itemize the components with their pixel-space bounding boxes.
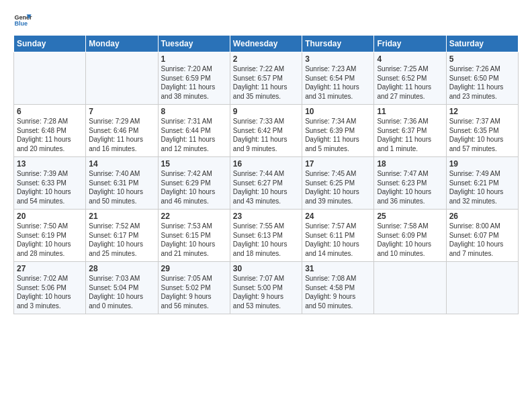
cell-line: Sunset: 6:39 PM	[305, 126, 371, 136]
cell-line: and 10 minutes.	[377, 249, 443, 259]
calendar-cell: 1Sunrise: 7:20 AMSunset: 6:59 PMDaylight…	[158, 52, 230, 105]
cell-content: Sunrise: 8:00 AMSunset: 6:07 PMDaylight:…	[449, 222, 515, 258]
cell-content: Sunrise: 7:58 AMSunset: 6:09 PMDaylight:…	[377, 222, 443, 258]
calendar-cell: 10Sunrise: 7:34 AMSunset: 6:39 PMDayligh…	[302, 105, 374, 157]
cell-line: Daylight: 9 hours	[305, 292, 371, 302]
calendar-cell: 31Sunrise: 7:08 AMSunset: 4:58 PMDayligh…	[302, 262, 374, 314]
cell-content: Sunrise: 7:52 AMSunset: 6:17 PMDaylight:…	[89, 222, 154, 258]
cell-line: and 23 minutes.	[449, 92, 515, 101]
cell-content: Sunrise: 7:34 AMSunset: 6:39 PMDaylight:…	[305, 117, 371, 153]
cell-content: Sunrise: 7:05 AMSunset: 5:02 PMDaylight:…	[161, 274, 227, 310]
cell-line: Sunset: 6:35 PM	[449, 126, 515, 136]
cell-line: Daylight: 11 hours	[377, 83, 443, 92]
calendar-cell: 5Sunrise: 7:26 AMSunset: 6:50 PMDaylight…	[446, 52, 518, 105]
cell-line: Sunrise: 8:00 AM	[449, 222, 515, 231]
cell-line: Sunset: 6:17 PM	[89, 231, 154, 240]
cell-line: Sunrise: 7:39 AM	[17, 169, 83, 179]
calendar-cell: 21Sunrise: 7:52 AMSunset: 6:17 PMDayligh…	[86, 210, 158, 262]
day-number: 8	[161, 107, 227, 116]
calendar-cell	[86, 52, 158, 105]
cell-line: Sunrise: 7:42 AM	[161, 169, 227, 179]
cell-line: Sunset: 6:46 PM	[89, 126, 154, 136]
calendar-cell: 3Sunrise: 7:23 AMSunset: 6:54 PMDaylight…	[302, 52, 374, 105]
cell-content: Sunrise: 7:28 AMSunset: 6:48 PMDaylight:…	[17, 117, 83, 153]
cell-line: Daylight: 11 hours	[305, 135, 371, 144]
cell-line: Sunset: 6:52 PM	[377, 74, 443, 83]
calendar-cell: 27Sunrise: 7:02 AMSunset: 5:06 PMDayligh…	[14, 262, 86, 314]
cell-line: and 36 minutes.	[377, 197, 443, 206]
cell-content: Sunrise: 7:55 AMSunset: 6:13 PMDaylight:…	[233, 222, 299, 258]
day-number: 20	[17, 212, 83, 221]
cell-line: Sunset: 6:48 PM	[17, 126, 83, 136]
cell-line: and 20 minutes.	[17, 144, 83, 154]
cell-line: Sunrise: 7:05 AM	[161, 274, 227, 283]
day-of-week-header: Thursday	[302, 36, 374, 52]
day-number: 30	[233, 264, 299, 273]
day-of-week-header: Wednesday	[230, 36, 302, 52]
calendar-cell: 25Sunrise: 7:58 AMSunset: 6:09 PMDayligh…	[374, 210, 446, 262]
cell-line: Daylight: 10 hours	[17, 187, 83, 197]
cell-line: and 32 minutes.	[449, 197, 515, 206]
page: General Blue SundayMondayTuesdayWednesda…	[0, 0, 532, 321]
cell-content: Sunrise: 7:07 AMSunset: 5:00 PMDaylight:…	[233, 274, 299, 310]
cell-line: and 50 minutes.	[89, 197, 154, 206]
cell-line: Sunset: 6:09 PM	[377, 231, 443, 240]
cell-line: Daylight: 11 hours	[377, 135, 443, 144]
cell-line: and 16 minutes.	[89, 144, 154, 154]
calendar-cell: 2Sunrise: 7:22 AMSunset: 6:57 PMDaylight…	[230, 52, 302, 105]
cell-line: Sunrise: 7:55 AM	[233, 222, 299, 231]
cell-line: Daylight: 10 hours	[377, 240, 443, 249]
calendar-cell: 22Sunrise: 7:53 AMSunset: 6:15 PMDayligh…	[158, 210, 230, 262]
cell-line: Sunset: 6:27 PM	[233, 179, 299, 188]
cell-line: and 21 minutes.	[161, 249, 227, 259]
cell-line: Daylight: 10 hours	[89, 240, 154, 249]
day-number: 18	[377, 159, 443, 169]
cell-line: Sunrise: 7:52 AM	[89, 222, 154, 231]
cell-line: and 43 minutes.	[233, 197, 299, 206]
cell-line: Sunset: 6:31 PM	[89, 179, 154, 188]
day-number: 3	[305, 54, 371, 64]
cell-line: Sunrise: 7:20 AM	[161, 64, 227, 74]
logo: General Blue	[13, 11, 32, 30]
cell-line: Sunset: 6:50 PM	[449, 74, 515, 83]
day-of-week-header: Monday	[86, 36, 158, 52]
cell-line: and 50 minutes.	[305, 302, 371, 311]
day-number: 29	[161, 264, 227, 273]
calendar-cell: 23Sunrise: 7:55 AMSunset: 6:13 PMDayligh…	[230, 210, 302, 262]
day-of-week-header: Saturday	[446, 36, 518, 52]
cell-line: Sunrise: 7:37 AM	[449, 117, 515, 126]
cell-line: Sunrise: 7:29 AM	[89, 117, 154, 126]
cell-line: Daylight: 11 hours	[305, 83, 371, 92]
day-number: 26	[449, 212, 515, 221]
calendar-week-row: 27Sunrise: 7:02 AMSunset: 5:06 PMDayligh…	[14, 262, 519, 314]
cell-content: Sunrise: 7:50 AMSunset: 6:19 PMDaylight:…	[17, 222, 83, 258]
cell-content: Sunrise: 7:40 AMSunset: 6:31 PMDaylight:…	[89, 169, 154, 205]
cell-content: Sunrise: 7:49 AMSunset: 6:21 PMDaylight:…	[449, 169, 515, 205]
cell-line: Sunrise: 7:03 AM	[89, 274, 154, 283]
cell-line: and 46 minutes.	[161, 197, 227, 206]
cell-line: Daylight: 11 hours	[89, 135, 154, 144]
calendar-cell: 24Sunrise: 7:57 AMSunset: 6:11 PMDayligh…	[302, 210, 374, 262]
cell-line: Sunrise: 7:36 AM	[377, 117, 443, 126]
calendar-cell: 15Sunrise: 7:42 AMSunset: 6:29 PMDayligh…	[158, 157, 230, 210]
calendar-cell: 16Sunrise: 7:44 AMSunset: 6:27 PMDayligh…	[230, 157, 302, 210]
cell-line: Daylight: 10 hours	[161, 240, 227, 249]
cell-line: and 35 minutes.	[233, 92, 299, 101]
cell-line: and 12 minutes.	[161, 144, 227, 154]
cell-line: Daylight: 10 hours	[233, 240, 299, 249]
calendar-week-row: 13Sunrise: 7:39 AMSunset: 6:33 PMDayligh…	[14, 157, 519, 210]
cell-line: and 57 minutes.	[449, 144, 515, 154]
cell-line: Sunset: 5:04 PM	[89, 283, 154, 293]
calendar-table: SundayMondayTuesdayWednesdayThursdayFrid…	[13, 35, 519, 314]
day-number: 21	[89, 212, 154, 221]
cell-content: Sunrise: 7:45 AMSunset: 6:25 PMDaylight:…	[305, 169, 371, 205]
calendar-week-row: 1Sunrise: 7:20 AMSunset: 6:59 PMDaylight…	[14, 52, 519, 105]
cell-line: Sunrise: 7:07 AM	[233, 274, 299, 283]
cell-line: and 39 minutes.	[305, 197, 371, 206]
cell-line: Sunset: 6:11 PM	[305, 231, 371, 240]
day-number: 16	[233, 159, 299, 169]
day-number: 14	[89, 159, 154, 169]
cell-line: Sunrise: 7:40 AM	[89, 169, 154, 179]
calendar-cell: 9Sunrise: 7:33 AMSunset: 6:42 PMDaylight…	[230, 105, 302, 157]
cell-line: Daylight: 10 hours	[449, 240, 515, 249]
